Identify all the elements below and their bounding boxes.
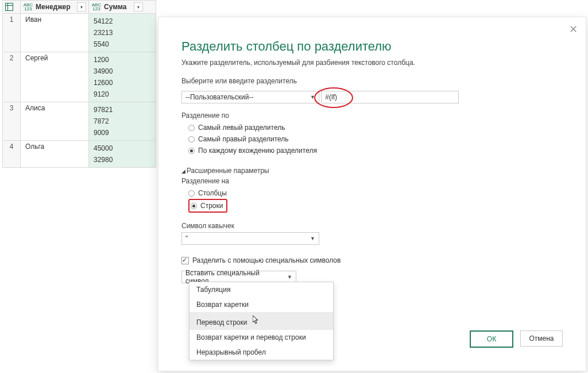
chevron-down-icon: ▼ <box>310 94 315 100</box>
amount-cell: 97821 7872 9009 <box>89 102 156 141</box>
amount-cell: 45000 32980 <box>89 141 156 168</box>
split-to-label: Разделение на <box>181 177 563 185</box>
special-chars-checkbox[interactable]: Разделить с помощью специальных символов <box>181 256 563 264</box>
radio-each[interactable]: По каждому вхождению разделителя <box>188 145 563 156</box>
delimiter-input[interactable]: #(lf) <box>321 91 459 103</box>
delimiter-combo[interactable]: --Пользовательский-- ▼ <box>181 91 319 103</box>
cancel-button[interactable]: Отмена <box>520 330 563 347</box>
radio-icon <box>188 125 195 131</box>
radio-icon <box>191 203 197 209</box>
close-icon[interactable]: ✕ <box>569 23 578 36</box>
column-label: Сумма <box>104 3 134 11</box>
menu-item-tab[interactable]: Табуляция <box>189 282 333 297</box>
chevron-down-icon: ▼ <box>287 274 292 280</box>
column-label: Менеджер <box>36 3 77 11</box>
dialog-description: Укажите разделитель, используемый для ра… <box>181 59 563 67</box>
column-header-amount[interactable]: ABC 123 Сумма ▾ <box>89 1 156 14</box>
chevron-down-icon[interactable]: ▾ <box>77 2 86 11</box>
table-row[interactable]: 4 Ольга 45000 32980 <box>3 141 156 168</box>
radio-icon <box>188 136 195 143</box>
svg-rect-0 <box>6 3 13 11</box>
special-char-menu: Табуляция Возврат каретки Перевод строки… <box>189 282 334 360</box>
menu-item-crlf[interactable]: Возврат каретки и перевод строки <box>189 330 333 345</box>
ok-button[interactable]: ОК <box>470 330 513 348</box>
delimiter-label: Выберите или введите разделитель <box>181 77 563 85</box>
table-icon <box>3 1 16 13</box>
column-header-manager[interactable]: ABC 123 Менеджер ▾ <box>21 1 89 14</box>
radio-rows[interactable]: Строки <box>191 200 223 212</box>
split-by-group: Самый левый разделитель Самый правый раз… <box>188 122 563 156</box>
quote-label: Символ кавычек <box>181 222 563 230</box>
split-to-group: Столбцы Строки <box>188 187 563 213</box>
table-row[interactable]: 2 Сергей 1200 34900 12600 9120 <box>3 52 156 102</box>
type-icon: ABC 123 <box>23 2 33 11</box>
menu-item-lf[interactable]: Перевод строки <box>189 312 333 330</box>
menu-item-cr[interactable]: Возврат каретки <box>189 297 333 312</box>
radio-leftmost[interactable]: Самый левый разделитель <box>188 122 563 133</box>
table-row[interactable]: 1 Иван 54122 23213 5540 <box>3 14 156 52</box>
type-icon: ABC 123 <box>91 2 102 11</box>
radio-icon <box>188 190 195 197</box>
amount-cell: 54122 23213 5540 <box>89 14 156 52</box>
dialog-title: Разделить столбец по разделителю <box>181 39 563 54</box>
table-corner[interactable] <box>3 1 21 14</box>
menu-item-nbsp[interactable]: Неразрывный пробел <box>189 345 333 360</box>
dialog-footer: ОК Отмена <box>470 330 563 348</box>
radio-columns[interactable]: Столбцы <box>188 187 563 199</box>
radio-rightmost[interactable]: Самый правый разделитель <box>188 133 563 145</box>
highlight-box: Строки <box>188 199 227 213</box>
advanced-toggle[interactable]: ◢Расширенные параметры <box>181 167 563 175</box>
table-row[interactable]: 3 Алиса 97821 7872 9009 <box>3 102 156 141</box>
chevron-down-icon: ▼ <box>310 236 315 241</box>
radio-icon <box>188 148 195 154</box>
cursor-icon <box>253 316 260 326</box>
data-table: ABC 123 Менеджер ▾ ABC 123 Сумма ▾ 1 Ива… <box>2 0 156 168</box>
chevron-down-icon[interactable]: ▾ <box>134 2 143 11</box>
amount-cell: 1200 34900 12600 9120 <box>89 52 156 102</box>
caret-down-icon: ◢ <box>181 168 185 174</box>
quote-combo[interactable]: " ▼ <box>181 232 319 245</box>
split-by-label: Разделение по <box>181 111 563 120</box>
checkbox-icon <box>181 257 189 264</box>
